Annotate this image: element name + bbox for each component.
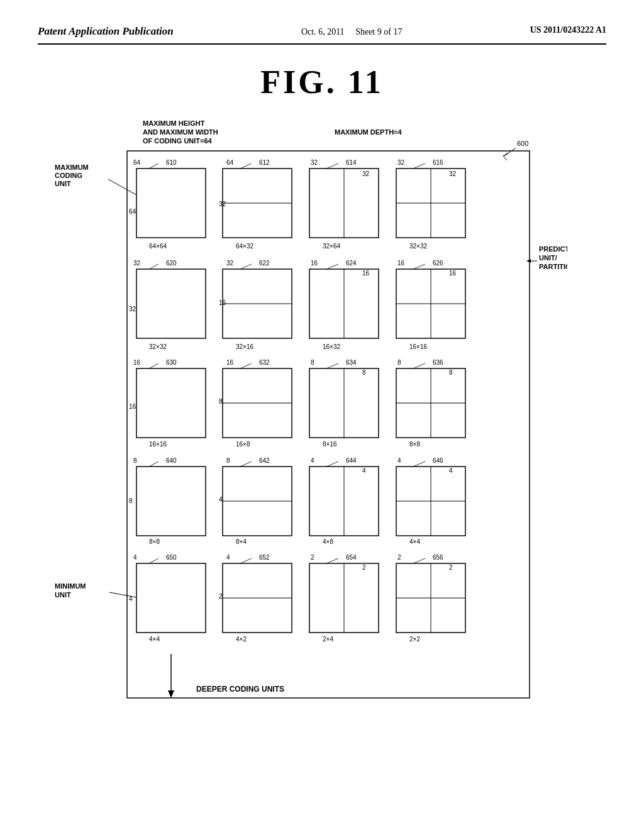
- size-614: 32×64: [323, 243, 341, 250]
- svg-line-57: [240, 363, 252, 368]
- svg-text:32: 32: [449, 170, 457, 177]
- svg-text:32: 32: [362, 170, 370, 177]
- svg-text:16: 16: [129, 403, 136, 410]
- ref-622: 622: [259, 260, 270, 267]
- size-636: 8×8: [409, 441, 420, 448]
- svg-line-8: [503, 156, 507, 160]
- svg-line-103: [326, 558, 338, 563]
- svg-text:32: 32: [226, 260, 234, 267]
- size-630: 16×16: [149, 441, 167, 448]
- svg-line-42: [326, 264, 338, 269]
- svg-text:2: 2: [219, 593, 223, 600]
- svg-line-3: [108, 179, 136, 195]
- size-622: 32×16: [236, 343, 254, 350]
- svg-text:8: 8: [449, 369, 453, 376]
- svg-line-17: [240, 163, 252, 169]
- svg-text:4: 4: [449, 467, 453, 474]
- size-626: 16×16: [409, 343, 428, 350]
- prediction-unit-label: PREDICTION: [539, 245, 567, 253]
- size-656: 2×2: [409, 636, 420, 643]
- svg-text:8: 8: [129, 497, 133, 504]
- svg-line-82: [326, 462, 338, 467]
- svg-rect-76: [136, 467, 206, 536]
- minimum-unit-label-1: MINIMUM: [55, 582, 86, 590]
- svg-text:8: 8: [311, 359, 314, 366]
- svg-text:CODING: CODING: [55, 172, 82, 179]
- ref-654: 654: [346, 554, 357, 561]
- ref-650: 650: [166, 554, 177, 561]
- size-632: 16×8: [236, 441, 250, 448]
- svg-text:8: 8: [133, 457, 137, 464]
- svg-text:2: 2: [449, 564, 453, 571]
- diagram-area: MAXIMUM CODING UNIT MAXIMUM HEIGHT AND M…: [52, 113, 592, 744]
- svg-line-6: [504, 148, 516, 156]
- svg-text:4: 4: [129, 595, 133, 602]
- max-height-width-label: MAXIMUM HEIGHT: [143, 119, 205, 127]
- ref-640: 640: [166, 457, 177, 464]
- size-610: 64×64: [149, 243, 167, 250]
- size-652: 4×2: [236, 636, 247, 643]
- svg-text:UNIT: UNIT: [55, 180, 71, 187]
- svg-text:64: 64: [129, 208, 136, 215]
- svg-marker-115: [168, 690, 174, 698]
- size-644: 4×8: [323, 538, 333, 545]
- minimum-unit-label-2: UNIT: [55, 591, 71, 599]
- svg-line-77: [240, 462, 252, 467]
- svg-line-67: [413, 363, 425, 368]
- svg-text:4: 4: [362, 467, 366, 474]
- svg-text:AND MAXIMUM WIDTH: AND MAXIMUM WIDTH: [143, 128, 218, 136]
- svg-line-33: [149, 264, 158, 269]
- svg-text:4: 4: [226, 554, 230, 561]
- ref-630: 630: [166, 359, 177, 366]
- svg-line-73: [149, 462, 158, 467]
- svg-text:2: 2: [397, 554, 401, 561]
- ref-616: 616: [433, 159, 443, 166]
- date-label: Oct. 6, 2011: [301, 27, 345, 36]
- svg-line-37: [240, 264, 252, 269]
- ref-644: 644: [346, 457, 357, 464]
- svg-line-62: [326, 363, 338, 368]
- svg-text:16: 16: [311, 260, 318, 267]
- svg-rect-36: [136, 269, 206, 338]
- svg-rect-97: [136, 563, 206, 633]
- svg-text:32: 32: [133, 260, 141, 267]
- size-642: 8×4: [236, 538, 247, 545]
- svg-rect-16: [136, 169, 206, 238]
- max-depth-label: MAXIMUM DEPTH=4: [335, 128, 402, 136]
- size-624: 16×32: [323, 343, 341, 350]
- svg-text:16: 16: [226, 359, 234, 366]
- svg-text:4: 4: [397, 457, 401, 464]
- svg-text:8: 8: [362, 369, 366, 376]
- svg-text:2: 2: [311, 554, 314, 561]
- svg-line-98: [240, 558, 252, 563]
- page-header: Patent Application Publication Oct. 6, 2…: [38, 25, 606, 45]
- size-650: 4×4: [149, 636, 160, 643]
- deeper-coding-label: DEEPER CODING UNITS: [196, 685, 284, 694]
- sheet-info: Oct. 6, 2011 Sheet 9 of 17: [301, 25, 402, 38]
- ref-612: 612: [259, 159, 270, 166]
- ref-632: 632: [259, 359, 270, 366]
- svg-line-13: [149, 163, 158, 169]
- svg-rect-0: [127, 151, 530, 698]
- size-620: 32×32: [149, 343, 167, 350]
- ref-624: 624: [346, 260, 357, 267]
- svg-text:32: 32: [129, 306, 136, 313]
- svg-text:4: 4: [311, 457, 314, 464]
- svg-line-94: [149, 558, 158, 563]
- diagram-svg: MAXIMUM CODING UNIT MAXIMUM HEIGHT AND M…: [52, 113, 567, 742]
- ref-614: 614: [346, 159, 357, 166]
- ref-656: 656: [433, 554, 443, 561]
- ref-626: 626: [433, 260, 443, 267]
- ref-652: 652: [259, 554, 270, 561]
- svg-text:4: 4: [133, 554, 137, 561]
- ref-610: 610: [166, 159, 177, 166]
- svg-text:64: 64: [133, 159, 141, 166]
- size-646: 4×4: [409, 538, 420, 545]
- svg-text:8: 8: [226, 457, 230, 464]
- svg-text:8: 8: [219, 398, 223, 405]
- svg-text:UNIT/: UNIT/: [539, 254, 557, 262]
- svg-marker-12: [526, 259, 531, 263]
- ref-646: 646: [433, 457, 443, 464]
- svg-text:16: 16: [397, 260, 405, 267]
- svg-text:32: 32: [311, 159, 318, 166]
